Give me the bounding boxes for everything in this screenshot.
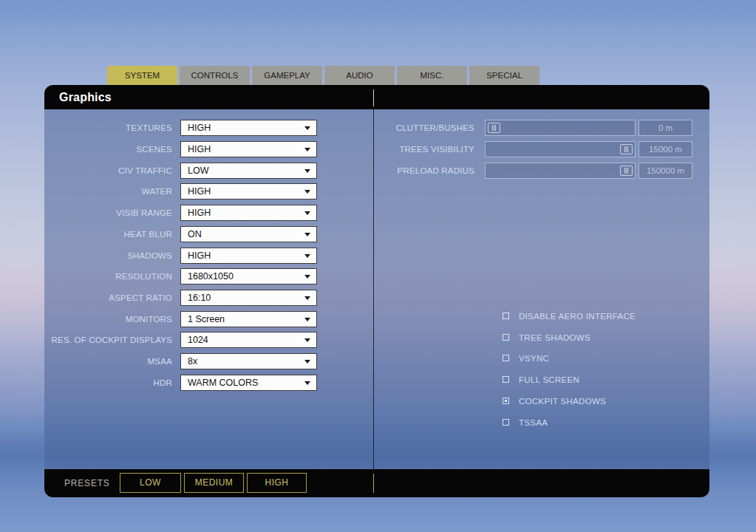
chevron-down-icon	[304, 233, 310, 236]
setting-row: WATER HIGH	[44, 183, 373, 200]
res-cockpit-displays-dropdown[interactable]: 1024	[180, 332, 317, 348]
chevron-down-icon	[304, 254, 310, 258]
checkbox-full-screen[interactable]: FULL SCREEN	[503, 375, 695, 385]
checkbox-icon	[503, 334, 509, 341]
civ-traffic-label: CIV TRAFFIC	[44, 163, 172, 179]
header-divider	[373, 89, 374, 106]
panel-header: Graphics	[44, 85, 709, 109]
hdr-dropdown[interactable]: WARM COLORS	[180, 375, 317, 391]
checkbox-tssaa[interactable]: TSSAA	[503, 418, 695, 428]
preset-medium-button[interactable]: MEDIUM	[184, 473, 244, 493]
slider-handle[interactable]	[620, 166, 633, 176]
slider-handle[interactable]	[488, 123, 500, 133]
textures-label: TEXTURES	[44, 120, 172, 136]
setting-row: TEXTURES HIGH	[44, 120, 373, 136]
setting-row: VISIB RANGE HIGH	[44, 205, 373, 221]
chevron-down-icon	[304, 338, 310, 342]
chevron-down-icon	[304, 126, 310, 130]
tab-gameplay[interactable]: GAMEPLAY	[252, 66, 322, 85]
chevron-down-icon	[304, 275, 310, 279]
msaa-dropdown[interactable]: 8x	[180, 353, 317, 369]
chevron-down-icon	[304, 169, 310, 173]
water-label: WATER	[44, 183, 172, 200]
shadows-label: SHADOWS	[44, 248, 172, 264]
presets-label: PRESETS	[64, 469, 110, 497]
checkbox-icon	[503, 376, 509, 383]
textures-dropdown[interactable]: HIGH	[180, 120, 317, 136]
page-title: Graphics	[59, 85, 112, 109]
trees-visibility-label: TREES VISIBILITY	[373, 141, 474, 157]
tab-special[interactable]: SPECIAL	[469, 66, 539, 85]
aspect-ratio-label: ASPECT RATIO	[44, 290, 172, 306]
resolution-label: RESOLUTION	[44, 268, 172, 284]
clutter-bushes-slider[interactable]	[485, 120, 636, 136]
checkbox-icon	[503, 398, 509, 404]
tab-misc[interactable]: MISC.	[397, 66, 467, 85]
tab-controls[interactable]: CONTROLS	[180, 66, 250, 85]
slider-row: PRELOAD RADIUS 150000 m	[373, 163, 709, 179]
checkbox-icon	[503, 355, 509, 361]
settings-tab-bar: SYSTEM CONTROLS GAMEPLAY AUDIO MISC. SPE…	[107, 66, 539, 85]
setting-row: ASPECT RATIO 16:10	[44, 290, 373, 306]
preload-radius-value: 150000 m	[638, 163, 692, 179]
setting-row: CIV TRAFFIC LOW	[44, 163, 373, 179]
hdr-label: HDR	[44, 375, 172, 391]
setting-row: RES. OF COCKPIT DISPLAYS 1024	[44, 332, 373, 348]
panel-body: TEXTURES HIGH SCENES HIGH CIV TRAFFIC LO…	[44, 109, 709, 469]
clutter-bushes-label: CLUTTER/BUSHES	[373, 120, 474, 136]
res-cockpit-displays-label: RES. OF COCKPIT DISPLAYS	[44, 332, 172, 348]
checkbox-vsync[interactable]: VSYNC	[503, 354, 695, 364]
setting-row: HDR WARM COLORS	[44, 375, 373, 391]
resolution-dropdown[interactable]: 1680x1050	[180, 268, 317, 284]
setting-row: MSAA 8x	[44, 353, 373, 369]
preset-high-button[interactable]: HIGH	[247, 473, 307, 493]
checkbox-tree-shadows[interactable]: TREE SHADOWS	[503, 333, 695, 343]
shadows-dropdown[interactable]: HIGH	[180, 248, 317, 264]
trees-visibility-slider[interactable]	[485, 141, 636, 157]
setting-row: MONITORS 1 Screen	[44, 311, 373, 327]
chevron-down-icon	[304, 148, 310, 151]
preload-radius-label: PRELOAD RADIUS	[373, 163, 474, 179]
tab-system[interactable]: SYSTEM	[107, 66, 177, 85]
setting-row: SCENES HIGH	[44, 141, 373, 157]
checkbox-icon	[503, 419, 509, 426]
clutter-bushes-value: 0 m	[638, 120, 692, 136]
chevron-down-icon	[304, 360, 310, 364]
visib-range-dropdown[interactable]: HIGH	[180, 205, 317, 221]
preload-radius-slider[interactable]	[485, 163, 636, 179]
presets-bar: PRESETS LOW MEDIUM HIGH	[44, 469, 709, 497]
chevron-down-icon	[304, 211, 310, 215]
desktop-background: { "tabs": { "items": [ {"label": "SYSTEM…	[0, 0, 756, 532]
trees-visibility-value: 15000 m	[638, 141, 692, 157]
footer-divider	[373, 474, 374, 493]
tab-audio[interactable]: AUDIO	[324, 66, 395, 85]
heat-blur-label: HEAT BLUR	[44, 226, 172, 242]
chevron-down-icon	[304, 381, 310, 385]
slider-handle[interactable]	[620, 144, 633, 154]
checkbox-disable-aero-interface[interactable]: DISABLE AERO INTERFACE	[503, 312, 695, 321]
visib-range-label: VISIB RANGE	[44, 205, 172, 221]
chevron-down-icon	[304, 190, 310, 194]
msaa-label: MSAA	[44, 353, 172, 369]
civ-traffic-dropdown[interactable]: LOW	[180, 163, 317, 179]
water-dropdown[interactable]: HIGH	[180, 183, 317, 200]
scenes-dropdown[interactable]: HIGH	[180, 141, 317, 157]
aspect-ratio-dropdown[interactable]: 16:10	[180, 290, 317, 306]
slider-row: TREES VISIBILITY 15000 m	[373, 141, 709, 157]
scenes-label: SCENES	[44, 141, 172, 157]
checkbox-cockpit-shadows[interactable]: COCKPIT SHADOWS	[503, 397, 695, 406]
heat-blur-dropdown[interactable]: ON	[180, 226, 317, 242]
setting-row: SHADOWS HIGH	[44, 248, 373, 264]
checkbox-icon	[503, 313, 509, 319]
chevron-down-icon	[304, 318, 310, 321]
monitors-dropdown[interactable]: 1 Screen	[180, 311, 317, 327]
setting-row: RESOLUTION 1680x1050	[44, 268, 373, 284]
slider-row: CLUTTER/BUSHES 0 m	[373, 120, 709, 136]
graphics-settings-panel: Graphics TEXTURES HIGH SCENES HIGH CIV T…	[44, 85, 709, 497]
chevron-down-icon	[304, 296, 310, 300]
monitors-label: MONITORS	[44, 311, 172, 327]
setting-row: HEAT BLUR ON	[44, 226, 373, 242]
preset-low-button[interactable]: LOW	[120, 473, 181, 493]
